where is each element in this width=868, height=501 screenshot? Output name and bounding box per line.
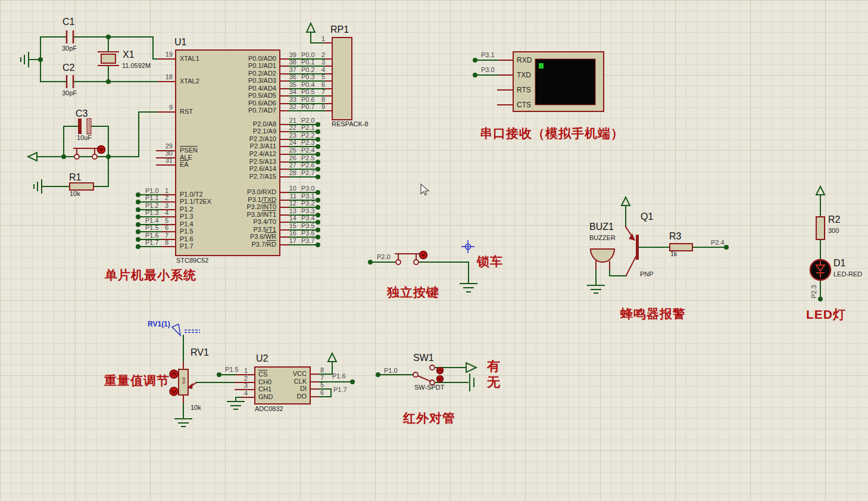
reset-circuit[interactable] (28, 112, 176, 193)
terminal-arrow-icon (28, 153, 37, 161)
switch-down-actuator[interactable] (437, 376, 444, 382)
crystal-circuit[interactable] (21, 30, 176, 88)
u1-pin-number: 27 (282, 162, 296, 169)
terminal-pin-rts: RTS (517, 86, 531, 94)
net-label: P1.0 (145, 188, 159, 194)
c3-value: 10uF (77, 135, 92, 141)
crystal-x1[interactable] (98, 52, 118, 66)
rp1-pin-number: 9 (321, 104, 325, 110)
net-label: P3.7 (301, 238, 315, 244)
u1-pin-name: P0.0/AD0 (213, 55, 276, 62)
u1-pin-name: P3.6/WR (213, 234, 276, 240)
u1-pin-name: P2.5/A13 (213, 158, 276, 165)
ground-icon (175, 419, 192, 427)
u1-pin-name: P3.4/T0 (213, 219, 276, 225)
u1-pin-name: P3.0/RXD (213, 189, 276, 195)
net-label: P1.1 (145, 195, 159, 201)
net-label: P0.0 (301, 52, 315, 58)
switch-blade[interactable] (418, 376, 430, 381)
u1-pin-name: P2.4/A12 (213, 151, 276, 157)
c2-value: 30pF (62, 90, 77, 97)
annotation-buzzer: 蜂鸣器报警 (620, 307, 686, 320)
rp1-pin-number: 7 (321, 89, 325, 95)
led-d1[interactable] (810, 260, 830, 280)
resistor-r1[interactable] (70, 183, 93, 190)
rv1-percent: 6% (181, 377, 186, 384)
net-label: P2.3 (301, 139, 315, 146)
pot-increase-actuator[interactable] (170, 370, 178, 378)
net-label: P2.4 (711, 239, 725, 246)
resistor-r2[interactable] (816, 217, 825, 239)
u1-pin-number: 12 (282, 200, 296, 207)
rp1-pin-number: 2 (321, 52, 325, 58)
virtual-terminal[interactable] (473, 52, 604, 111)
u2-pin-name: DO (270, 393, 307, 400)
led-circuit[interactable] (810, 186, 830, 301)
u1-pin-name: RST (180, 108, 193, 115)
r1-value: 10k (70, 191, 80, 197)
origin-marker-icon (461, 240, 474, 253)
ground-icon (21, 52, 40, 67)
mouse-cursor (421, 184, 429, 195)
net-label: P1.5 (225, 366, 239, 373)
buzzer-circuit[interactable] (588, 197, 729, 293)
u1-pin-name: P2.3/A11 (213, 143, 276, 150)
terminal-pin-txd: TXD (517, 71, 531, 79)
u1-pin-name: P2.0/A8 (213, 121, 276, 127)
terminal-pin-cts: CTS (517, 101, 531, 108)
net-label: P2.2 (301, 132, 315, 139)
lock-key-circuit[interactable] (368, 240, 477, 292)
u1-pin-name: EA (180, 161, 189, 168)
annotation-weight: 重量值调节 (104, 374, 170, 387)
u1-pin-name: P0.6/AD6 (213, 100, 276, 107)
u1-pin-number: 28 (282, 170, 296, 176)
capacitor-c3[interactable] (78, 119, 91, 134)
q1-ref: Q1 (641, 212, 653, 222)
u1-pin-number: 1 (165, 188, 168, 194)
net-label: P3.5 (301, 223, 315, 229)
rv1-ref: RV1 (191, 348, 209, 357)
u2-pin-name: CLK (270, 378, 307, 385)
u1-pin-number: 10 (282, 185, 296, 192)
q1-pnp-transistor[interactable] (626, 227, 639, 275)
buzzer-symbol[interactable] (591, 249, 614, 269)
u1-pin-name: P1.6 (180, 236, 193, 242)
net-label: P1.5 (145, 225, 159, 231)
annotation-no: 无 (487, 376, 501, 389)
schematic-canvas[interactable]: C1 30pF C2 30pF X1 11.0592M C3 10uF R1 1… (0, 0, 868, 501)
u1-pin-number: 34 (282, 89, 296, 95)
net-label: P1.3 (145, 210, 159, 216)
u2-pin-name: DI (270, 385, 307, 392)
u1-pin-number: 31 (158, 157, 173, 164)
switch-up-actuator[interactable] (437, 368, 444, 374)
u1-pin-name: P3.2/INT0 (213, 204, 276, 210)
annotation-lock: 锁车 (477, 255, 503, 267)
ground-icon (460, 284, 477, 292)
u1-pin-name: P1.1/T2EX (180, 198, 211, 205)
annotation-key: 独立按键 (387, 286, 439, 298)
net-label: P2.7 (301, 170, 315, 176)
button-actuator[interactable] (98, 146, 105, 154)
rp1-ref: RP1 (330, 25, 349, 35)
capacitor-c1[interactable] (67, 30, 73, 43)
u1-pin-number: 18 (158, 74, 173, 80)
u1-pin-number: 8 (165, 239, 168, 246)
u1-pin-number: 5 (165, 217, 168, 224)
u2-ref: U2 (256, 354, 268, 363)
u1-pin-number: 4 (165, 210, 168, 216)
r3-value: 1k (670, 251, 677, 257)
capacitor-c2[interactable] (67, 75, 73, 88)
rp1-pin-number: 4 (321, 67, 325, 73)
u1-pin-name: P2.7/A15 (213, 173, 276, 180)
sw1-part: SW-SPDT (414, 384, 445, 391)
u1-pin-number: 21 (282, 117, 296, 124)
u1-pin-number: 7 (165, 232, 168, 239)
u1-pin-number: 2 (165, 195, 168, 201)
d1-ref: D1 (833, 259, 845, 268)
u1-pin-number: 39 (282, 52, 296, 58)
terminal-pin-rxd: RXD (517, 57, 532, 64)
pot-decrease-actuator[interactable] (170, 387, 178, 396)
u1-pin-number: 29 (158, 143, 173, 150)
button-actuator[interactable] (420, 251, 427, 259)
u1-pin-name: P0.5/AD5 (213, 92, 276, 99)
